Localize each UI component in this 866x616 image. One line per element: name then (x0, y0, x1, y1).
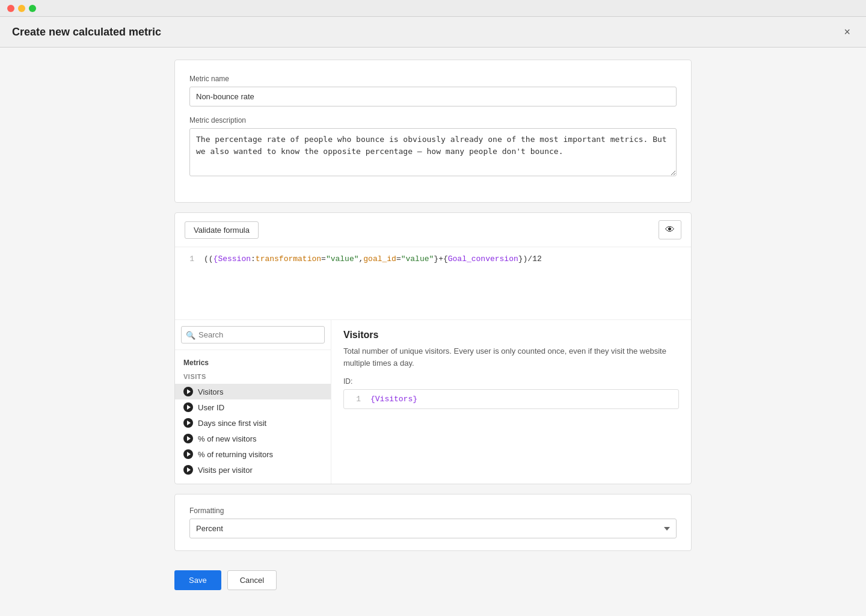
id-code-value: {Visitors} (370, 395, 417, 404)
window-controls (7, 5, 36, 12)
content-area: Metric name Metric description The perce… (0, 48, 866, 616)
save-button[interactable]: Save (174, 570, 221, 590)
titlebar (0, 0, 866, 17)
search-wrap: 🔍 (181, 326, 325, 343)
metric-item-visitors[interactable]: Visitors (175, 384, 331, 399)
code-goalid: goal_id (363, 254, 396, 263)
metrics-group-header: VISITS (175, 371, 331, 384)
formatting-card: Formatting Percent Number Currency Durat… (174, 494, 692, 551)
cancel-button[interactable]: Cancel (227, 570, 277, 590)
metric-play-icon-visitors (183, 387, 193, 396)
metrics-list: Metrics VISITS Visitors User ID Day (175, 350, 331, 484)
formatting-label: Formatting (189, 507, 677, 515)
detail-description: Total number of unique visitors. Every u… (343, 345, 679, 369)
close-dot[interactable] (7, 5, 14, 12)
metric-info-card: Metric name Metric description The perce… (174, 60, 692, 203)
metric-label-days: Days since first visit (198, 419, 266, 428)
close-button[interactable]: × (840, 25, 854, 38)
metric-play-icon-days (183, 418, 193, 428)
window-header: Create new calculated metric × (0, 17, 866, 48)
actions-bar: Save Cancel (174, 561, 692, 600)
code-value1: "value" (326, 254, 359, 263)
metric-label-pct-new: % of new visitors (198, 434, 257, 443)
code-editor[interactable]: 1 (({Session:transformation="value",goal… (175, 247, 691, 319)
id-code-box: 1 {Visitors} (343, 389, 679, 409)
formula-code: (({Session:transformation="value",goal_i… (204, 254, 681, 263)
code-colon: : (251, 254, 256, 263)
search-icon: 🔍 (186, 330, 195, 339)
metric-description-group: Metric description The percentage rate o… (189, 116, 677, 178)
minimize-dot[interactable] (18, 5, 25, 12)
metrics-panel: 🔍 Metrics VISITS Visitors U (175, 320, 331, 484)
code-eq1: = (321, 254, 326, 263)
main-window: Create new calculated metric × Metric na… (0, 17, 866, 616)
code-transformation: transformation (256, 254, 321, 263)
split-panel: 🔍 Metrics VISITS Visitors U (175, 319, 691, 484)
metric-label-pct-returning: % of returning visitors (198, 450, 273, 459)
metric-name-group: Metric name (189, 75, 677, 106)
metrics-section-header: Metrics (175, 356, 331, 371)
detail-id-label: ID: (343, 377, 679, 386)
metric-play-icon-pct-new (183, 434, 193, 443)
code-close1: }+{ (434, 254, 447, 263)
formatting-select[interactable]: Percent Number Currency Duration (189, 519, 677, 538)
code-goalconv: Goal_conversion (448, 254, 518, 263)
metric-play-icon-userid (183, 402, 193, 412)
metric-item-pct-returning[interactable]: % of returning visitors (175, 446, 331, 462)
metric-item-pct-new[interactable]: % of new visitors (175, 431, 331, 446)
id-line-number: 1 (351, 395, 361, 404)
code-eq2: = (396, 254, 401, 263)
metric-label-visitors: Visitors (198, 387, 223, 396)
metric-item-days-since-first-visit[interactable]: Days since first visit (175, 415, 331, 431)
eye-icon: 👁 (665, 224, 675, 235)
search-box-wrap: 🔍 (175, 320, 331, 350)
metric-play-icon-pct-returning (183, 449, 193, 459)
metric-play-icon-visits-per (183, 465, 193, 475)
window-title: Create new calculated metric (12, 26, 161, 38)
maximize-dot[interactable] (29, 5, 36, 12)
metric-name-label: Metric name (189, 75, 677, 83)
code-open: (( (204, 254, 213, 263)
metric-name-input[interactable] (189, 87, 677, 106)
metric-description-input[interactable]: The percentage rate of people who bounce… (189, 128, 677, 176)
code-line-1: 1 (({Session:transformation="value",goal… (185, 254, 681, 263)
formula-toolbar: Validate formula 👁 (175, 213, 691, 247)
code-close2: })/12 (518, 254, 542, 263)
preview-button[interactable]: 👁 (659, 220, 681, 239)
code-session: {Session (213, 254, 251, 263)
validate-formula-button[interactable]: Validate formula (185, 221, 259, 239)
search-input[interactable] (181, 326, 325, 343)
metric-label-visits-per: Visits per visitor (198, 466, 253, 475)
line-number-1: 1 (185, 254, 194, 263)
code-value2: "value" (401, 254, 434, 263)
metric-item-userid[interactable]: User ID (175, 399, 331, 415)
detail-title: Visitors (343, 330, 679, 340)
metric-label-userid: User ID (198, 403, 224, 412)
metric-description-label: Metric description (189, 116, 677, 125)
detail-panel: Visitors Total number of unique visitors… (331, 320, 691, 484)
metric-item-visits-per-visitor[interactable]: Visits per visitor (175, 462, 331, 478)
formula-card: Validate formula 👁 1 (({Session:transfor… (174, 212, 692, 484)
